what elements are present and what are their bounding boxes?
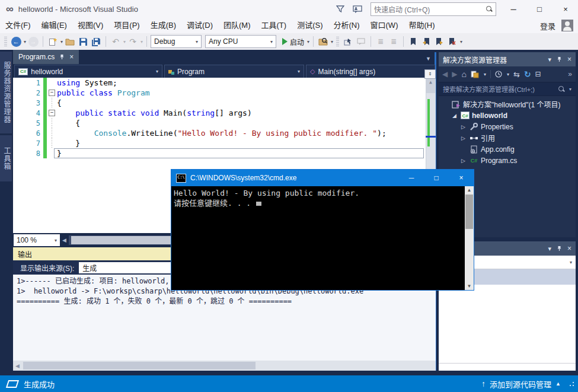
quick-launch-input[interactable]: 快速启动 (Ctrl+Q) — [371, 2, 496, 16]
close-tab-icon[interactable]: × — [69, 53, 74, 61]
next-bookmark-button[interactable] — [433, 34, 445, 49]
decrease-indent-button[interactable]: ≣ — [375, 34, 387, 49]
console-window[interactable]: C:\ C:\WINDOWS\system32\cmd.exe ─ □ × He… — [171, 169, 474, 291]
left-tab-1[interactable]: 工具箱 — [0, 135, 12, 181]
code-line[interactable]: 3{ — [13, 98, 436, 108]
pin-icon[interactable] — [59, 54, 65, 60]
redo-button[interactable]: ↷ — [127, 34, 139, 49]
back-icon[interactable]: ◀ — [442, 70, 448, 78]
expand-arrow-icon[interactable]: ▷ — [460, 135, 467, 141]
code-line[interactable]: 5 { — [13, 118, 436, 128]
toolbar-grip[interactable] — [4, 37, 7, 46]
switch-views-icon[interactable] — [471, 71, 479, 78]
menu-item-3[interactable]: 项目(P) — [108, 18, 145, 33]
fold-margin[interactable] — [47, 138, 57, 148]
navigate-back-dropdown-icon[interactable]: ▾ — [24, 39, 26, 44]
toolbar-grip[interactable] — [336, 37, 339, 46]
expand-arrow-icon[interactable]: ▷ — [460, 158, 467, 164]
split-window-handle[interactable]: ⇕ — [424, 69, 436, 79]
minimize-button[interactable]: ─ — [504, 5, 522, 14]
fold-margin[interactable] — [47, 118, 57, 128]
save-all-button[interactable] — [90, 34, 102, 49]
navigate-to-cursor-button[interactable] — [342, 34, 354, 49]
switch-views-dropdown-icon[interactable]: ▾ — [484, 72, 486, 77]
pin-icon[interactable] — [557, 246, 562, 251]
toggle-bookmark-button[interactable] — [407, 34, 419, 49]
collapse-all-icon[interactable]: ⊟ — [535, 70, 541, 78]
comment-button[interactable] — [355, 34, 367, 49]
menu-item-5[interactable]: 调试(D) — [181, 18, 218, 33]
menu-item-2[interactable]: 视图(V) — [72, 18, 108, 33]
console-close-button[interactable]: × — [449, 170, 474, 186]
bookmark-overflow-icon[interactable]: ▾ — [460, 39, 462, 44]
new-item-button[interactable] — [47, 34, 59, 49]
code-line[interactable]: 7 } — [13, 138, 436, 148]
increase-indent-button[interactable]: ≣ — [388, 34, 400, 49]
menu-item-9[interactable]: 分析(N) — [328, 18, 365, 33]
window-position-dropdown-icon[interactable]: ▾ — [548, 56, 551, 63]
save-button[interactable] — [77, 34, 89, 49]
project-dropdown[interactable]: C# helloworld ▾ — [14, 65, 162, 78]
console-title-bar[interactable]: C:\ C:\WINDOWS\system32\cmd.exe ─ □ × — [171, 170, 474, 186]
toolbar-overflow-icon[interactable]: » — [568, 70, 572, 78]
document-well-dropdown-icon[interactable]: ▼ — [426, 56, 431, 62]
scrollbar-thumb[interactable] — [465, 195, 473, 229]
user-avatar[interactable] — [561, 20, 573, 31]
pending-changes-filter-icon[interactable] — [495, 71, 502, 78]
fold-margin[interactable] — [47, 128, 57, 138]
window-position-dropdown-icon[interactable]: ▾ — [548, 245, 551, 253]
menu-item-8[interactable]: 测试(S) — [292, 18, 328, 33]
menu-item-7[interactable]: 工具(T) — [256, 18, 292, 33]
sign-in-button[interactable]: 登录 — [540, 20, 555, 31]
resize-grip[interactable] — [569, 381, 574, 387]
menu-item-6[interactable]: 团队(M) — [218, 18, 256, 33]
previous-bookmark-button[interactable] — [420, 34, 432, 49]
forward-icon[interactable]: ▶ — [452, 70, 457, 78]
find-in-files-button[interactable] — [317, 34, 329, 49]
filter-dropdown-icon[interactable]: ▾ — [507, 72, 509, 77]
fold-margin[interactable]: − — [47, 110, 57, 116]
console-scrollbar[interactable]: ▲ ▼ — [465, 186, 474, 290]
menu-item-11[interactable]: 帮助(H) — [403, 18, 440, 33]
funnel-icon[interactable] — [336, 5, 344, 12]
navigate-forward-button[interactable]: → — [27, 34, 39, 49]
configuration-select[interactable]: Debug▾ — [151, 35, 202, 48]
clear-bookmarks-button[interactable] — [446, 34, 458, 49]
tree-item[interactable]: App.config — [439, 144, 576, 155]
scroll-left-icon[interactable]: ◀ — [60, 237, 69, 243]
scroll-up-icon[interactable]: ▲ — [426, 79, 436, 85]
tree-item[interactable]: 解决方案"helloworld"(1 个项目) — [439, 98, 576, 110]
expand-arrow-icon[interactable]: ▷ — [460, 124, 467, 130]
undo-dropdown-icon[interactable]: ▾ — [123, 39, 126, 44]
console-maximize-button[interactable]: □ — [424, 170, 449, 186]
fold-margin[interactable]: − — [47, 90, 57, 96]
menu-item-4[interactable]: 生成(B) — [145, 18, 181, 33]
navigate-back-button[interactable]: ← — [10, 34, 22, 49]
start-debug-button[interactable]: 启动 ▾ — [282, 37, 309, 47]
type-dropdown[interactable]: Program ▾ — [164, 65, 304, 78]
menu-item-1[interactable]: 编辑(E) — [36, 18, 72, 33]
console-body[interactable]: Hello World! - By using public modifier.… — [171, 186, 474, 290]
code-line[interactable]: 8} — [13, 148, 436, 158]
feedback-icon[interactable] — [353, 5, 362, 13]
new-item-dropdown-icon[interactable]: ▾ — [60, 39, 63, 44]
member-dropdown[interactable]: ◇ Main(string[] args) ▾ — [306, 65, 435, 78]
tree-item[interactable]: ◢C#helloworld — [439, 110, 576, 121]
maximize-button[interactable]: □ — [531, 5, 548, 14]
scroll-up-icon[interactable]: ▲ — [465, 187, 474, 193]
close-button[interactable]: × — [557, 5, 574, 14]
scrollbar-thumb[interactable] — [23, 362, 256, 369]
menu-item-0[interactable]: 文件(F) — [0, 18, 36, 33]
tree-item[interactable]: ▷C#Program.cs — [439, 155, 576, 166]
search-dropdown-icon[interactable]: ▾ — [569, 87, 571, 92]
redo-dropdown-icon[interactable]: ▾ — [140, 39, 143, 44]
scroll-down-icon[interactable]: ▼ — [465, 283, 474, 289]
zoom-select[interactable]: 100 %▾ — [14, 234, 60, 246]
tree-item[interactable]: ▷Properties — [439, 121, 576, 132]
tree-item[interactable]: ▷引用 — [439, 132, 576, 144]
fold-margin[interactable] — [47, 98, 57, 108]
code-line[interactable]: 1using System; — [13, 78, 436, 88]
code-line[interactable]: 6 Console.WriteLine("Hello World! - By u… — [13, 128, 436, 138]
platform-select[interactable]: Any CPU▾ — [205, 35, 276, 48]
close-panel-icon[interactable]: × — [567, 244, 571, 253]
